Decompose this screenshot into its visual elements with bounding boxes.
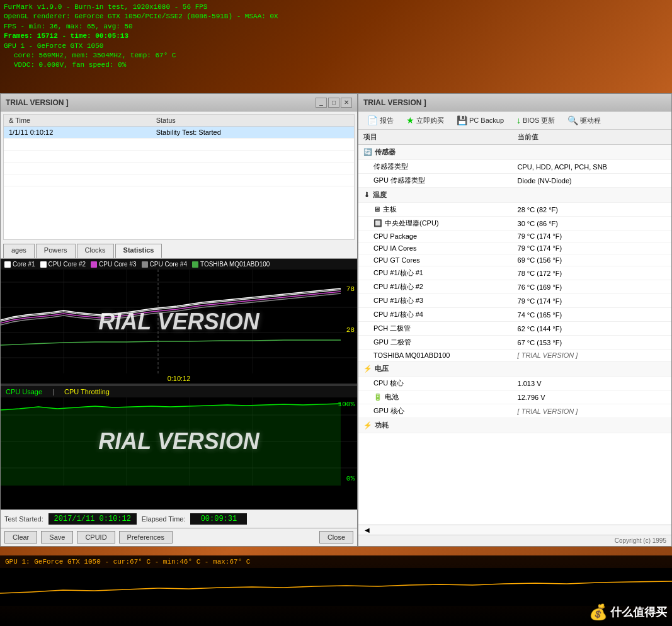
clear-button[interactable]: Clear (4, 531, 37, 543)
furmark-overlay: FurMark v1.9.0 - Burn-in test, 1920x1080… (0, 0, 282, 73)
section-sensor: 🔄传感器 (358, 145, 671, 160)
toolbar-driver[interactable]: 🔍 驱动程 (562, 114, 606, 127)
bios-icon: ↓ (516, 115, 521, 125)
bottom-button-bar: Clear Save CPUID Preferences Close (1, 528, 357, 546)
log-row[interactable]: 1/1/11 0:10:12 Stability Test: Started (4, 127, 354, 139)
tab-powers[interactable]: Powers (36, 244, 76, 258)
power-icon: ⚡ (363, 421, 372, 429)
log-area: & Time Status 1/1/11 0:10:12 Stability T… (3, 114, 355, 240)
gpu-core-v-value: [ TRIAL VERSION ] (513, 404, 671, 418)
battery-label: 🔋电池 (358, 390, 513, 404)
furmark-title: FurMark v1.9.0 - Burn-in test, 1920x1080… (4, 3, 278, 12)
cpu-graph: 100% 0% RIAL VERSION (1, 397, 357, 486)
maximize-button[interactable]: □ (328, 98, 339, 108)
graph-timestamp: 0:10:12 (1, 373, 357, 384)
graph-mid-label: 28 (346, 326, 355, 334)
cpu-value: 30 °C (86 °F) (513, 217, 671, 230)
sensor-icon: 🔄 (363, 148, 372, 156)
row-gpu-core-v: GPU 核心 [ TRIAL VERSION ] (358, 404, 671, 418)
furmark-gpu: GPU 1 - GeForce GTX 1050 (4, 42, 278, 51)
pch-label: PCH 二极管 (358, 322, 513, 336)
toolbar-report[interactable]: 📄 报告 (362, 114, 399, 127)
voltage-icon: ⚡ (363, 365, 372, 372)
legend-core2: CPU Core #2 (40, 261, 86, 268)
right-window-title: TRIAL VERSION ] (363, 98, 426, 107)
cpu-gt-label: CPU GT Cores (358, 254, 513, 266)
pch-value: 62 °C (144 °F) (513, 322, 671, 336)
cpu-legend: CPU Usage | CPU Throttling (1, 386, 357, 397)
toolbar-buy[interactable]: ★ 立即购买 (401, 114, 449, 127)
scroll-left-btn[interactable]: ◀ (362, 526, 372, 533)
preferences-button[interactable]: Preferences (119, 531, 173, 543)
cpu-core-v-label: CPU 核心 (358, 377, 513, 390)
elapsed-label: Elapsed Time: (142, 515, 186, 523)
driver-icon: 🔍 (567, 115, 578, 125)
graph-legend: Core #1 CPU Core #2 CPU Core #3 CPU Core… (1, 259, 357, 270)
watermark-text: 什么值得买 (610, 605, 667, 620)
gpu-trial-badge: [ TRIAL VERSION ] (518, 407, 578, 415)
log-status: Stability Test: Started (151, 127, 354, 139)
cpu-core3-label: CPU #1/核心 #3 (358, 294, 513, 308)
furmark-fps: FPS - min: 36, max: 65, avg: 50 (4, 22, 278, 31)
tab-bar: ages Powers Clocks Statistics (1, 242, 357, 259)
window-controls: _ □ ✕ (316, 98, 352, 108)
elapsed-value: 00:09:31 (190, 513, 247, 525)
tab-statistics[interactable]: Statistics (115, 244, 162, 258)
legend-label-core4: CPU Core #4 (150, 261, 187, 268)
bottom-strip: GPU 1: GeForce GTX 1050 - cur:67° C - mi… (0, 555, 672, 626)
star-icon: ★ (406, 115, 414, 125)
minimize-button[interactable]: _ (316, 98, 327, 108)
log-row-empty2 (4, 151, 354, 162)
section-sensor-label: 🔄传感器 (358, 145, 671, 160)
scroll-bar-area: ◀ (358, 525, 671, 535)
sensor-type-value: CPU, HDD, ACPI, PCH, SNB (513, 160, 671, 174)
battery-value: 12.796 V (513, 390, 671, 404)
row-hdd: TOSHIBA MQ01ABD100 [ TRIAL VERSION ] (358, 350, 671, 361)
battery-icon: 🔋 (373, 393, 382, 401)
row-gpu-diode: GPU 二极管 67 °C (153 °F) (358, 336, 671, 350)
close-button[interactable]: ✕ (341, 98, 352, 108)
cpu-icon: 🔲 (373, 219, 382, 227)
cpu-core2-label: CPU #1/核心 #2 (358, 280, 513, 294)
toolbar-bios[interactable]: ↓ BIOS 更新 (511, 114, 560, 127)
cpu-core4-value: 74 °C (165 °F) (513, 308, 671, 322)
section-power-label: ⚡功耗 (358, 418, 671, 433)
graph-area: Core #1 CPU Core #2 CPU Core #3 CPU Core… (1, 259, 357, 509)
legend-core1: Core #1 (4, 261, 35, 268)
toolbar-backup[interactable]: 💾 PC Backup (452, 114, 509, 127)
section-temp: 🌡温度 (358, 188, 671, 203)
trial-version-overlay: RIAL VERSION (98, 309, 259, 335)
col-value: 当前值 (513, 130, 671, 145)
cpu-core2-value: 76 °C (169 °F) (513, 280, 671, 294)
gpu-temp-line (0, 581, 672, 593)
toolbar-driver-label: 驱动程 (580, 116, 601, 125)
right-footer: Copyright (c) 1995 (358, 535, 671, 546)
row-battery: 🔋电池 12.796 V (358, 390, 671, 404)
legend-dot-core4 (142, 261, 148, 268)
log-row-empty3 (4, 162, 354, 174)
temp-icon: 🌡 (363, 191, 370, 198)
tab-ages[interactable]: ages (3, 244, 35, 258)
cpu-legend-separator: | (52, 388, 54, 396)
section-temp-label: 🌡温度 (358, 188, 671, 203)
cpu-label: 🔲中央处理器(CPU) (358, 217, 513, 230)
close-window-button[interactable]: Close (319, 531, 353, 543)
row-cpu-core4: CPU #1/核心 #4 74 °C (165 °F) (358, 308, 671, 322)
save-button[interactable]: Save (41, 531, 73, 543)
mainboard-value: 28 °C (82 °F) (513, 203, 671, 217)
cpu-max-label: 100% (338, 401, 355, 408)
log-table: & Time Status 1/1/11 0:10:12 Stability T… (4, 115, 354, 186)
furmark-frames: Frames: 15712 - time: 00:05:13 (4, 31, 278, 41)
report-icon: 📄 (367, 115, 378, 125)
furmark-core: core: 569MHz, mem: 3504MHz, temp: 67° C (4, 51, 278, 60)
legend-core4: CPU Core #4 (142, 261, 187, 268)
toolbar-backup-label: PC Backup (469, 117, 504, 124)
hdd-line (1, 340, 341, 345)
hdd-value: [ TRIAL VERSION ] (513, 350, 671, 361)
tab-clocks[interactable]: Clocks (77, 244, 114, 258)
cpu-core-v-value: 1.013 V (513, 377, 671, 390)
cpuid-button[interactable]: CPUID (77, 531, 115, 543)
legend-toshiba: TOSHIBA MQ01ABD100 (192, 261, 270, 268)
legend-label-core1: Core #1 (13, 261, 35, 268)
graph-max-label: 78 (346, 285, 355, 293)
